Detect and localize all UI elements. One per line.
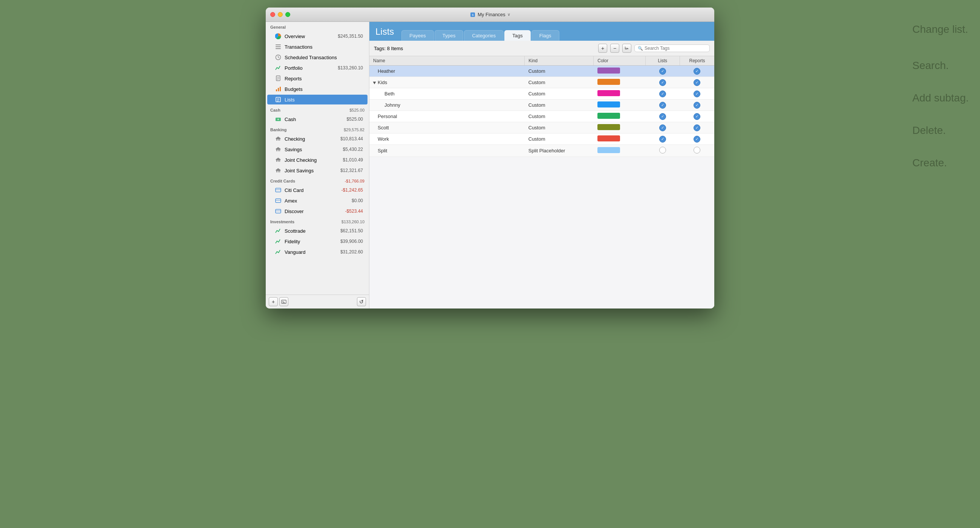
cc-icon-amex [275, 197, 282, 204]
cell-lists-scott[interactable]: ✓ [645, 122, 680, 134]
table-row[interactable]: BethCustom✓✓ [369, 88, 714, 100]
cell-reports-personal[interactable]: ✓ [680, 111, 714, 122]
svg-rect-5 [275, 48, 281, 49]
page-title: Lists [375, 26, 394, 41]
cell-name-split: Split [369, 145, 525, 157]
sidebar-item-citi[interactable]: Citi Card -$1,242.65 [267, 185, 368, 195]
data-table: Name Kind Color Lists Reports HeatherCus… [369, 56, 714, 308]
cell-kind-scott: Custom [525, 122, 593, 134]
col-header-kind: Kind [525, 56, 593, 65]
cell-reports-work[interactable]: ✓ [680, 134, 714, 145]
app-window: $ My Finances ∨ General Overview $245,35… [266, 8, 714, 308]
table-row[interactable]: SplitSplit Placeholder [369, 145, 714, 157]
table-row[interactable]: HeatherCustom✓✓ [369, 65, 714, 77]
cell-kind-kids: Custom [525, 77, 593, 88]
sidebar-bottom: + ↺ [266, 295, 369, 308]
tab-tags[interactable]: Tags [504, 30, 530, 41]
sidebar-item-joint-checking[interactable]: Joint Checking $1,010.49 [267, 155, 368, 165]
account-image-button[interactable] [279, 297, 288, 306]
main-layout: General Overview $245,351.50 Transaction… [266, 22, 714, 308]
sidebar-item-scheduled[interactable]: Scheduled Transactions [267, 53, 368, 62]
svg-marker-31 [275, 147, 281, 149]
cell-kind-work: Custom [525, 134, 593, 145]
search-box[interactable]: 🔍 [634, 45, 710, 52]
cell-reports-kids[interactable]: ✓ [680, 77, 714, 88]
sidebar-item-overview[interactable]: Overview $245,351.50 [267, 31, 368, 41]
svg-marker-26 [275, 137, 281, 139]
svg-rect-27 [276, 149, 280, 150]
cell-reports-beth[interactable]: ✓ [680, 88, 714, 100]
svg-rect-15 [280, 87, 281, 91]
add-account-button[interactable]: + [269, 297, 278, 306]
svg-rect-25 [279, 139, 280, 141]
svg-line-8 [278, 57, 279, 58]
refresh-button[interactable]: ↺ [357, 297, 366, 306]
annotations: Change list. Search. Add subtag. Delete.… [913, 19, 969, 185]
sidebar-item-cash[interactable]: Cash $525.00 [267, 114, 368, 124]
delete-tag-button[interactable]: − [610, 44, 619, 53]
cell-color-beth [593, 88, 645, 100]
cell-lists-kids[interactable]: ✓ [645, 77, 680, 88]
maximize-button[interactable] [285, 12, 290, 17]
sidebar-item-joint-savings[interactable]: Joint Savings $12,321.67 [267, 166, 368, 175]
sidebar-item-transactions[interactable]: Transactions [267, 42, 368, 52]
cell-color-heather [593, 65, 645, 77]
tab-categories[interactable]: Categories [464, 30, 504, 41]
cell-lists-johnny[interactable]: ✓ [645, 100, 680, 111]
cell-color-split [593, 145, 645, 157]
cell-name-work: Work [369, 134, 525, 145]
sidebar: General Overview $245,351.50 Transaction… [266, 22, 369, 308]
svg-rect-14 [278, 88, 279, 91]
cell-reports-split[interactable] [680, 145, 714, 157]
close-button[interactable] [270, 12, 275, 17]
cell-color-johnny [593, 100, 645, 111]
search-icon: 🔍 [638, 46, 643, 51]
svg-rect-39 [278, 171, 278, 172]
add-subtag-button[interactable] [622, 44, 632, 53]
add-tag-button[interactable]: + [598, 44, 607, 53]
cell-lists-work[interactable]: ✓ [645, 134, 680, 145]
table-row[interactable]: ScottCustom✓✓ [369, 122, 714, 134]
cell-reports-heather[interactable]: ✓ [680, 65, 714, 77]
doc-icon [275, 75, 282, 82]
cc-icon-citi [275, 187, 282, 193]
svg-rect-32 [276, 160, 280, 160]
table-row[interactable]: PersonalCustom✓✓ [369, 111, 714, 122]
cell-kind-johnny: Custom [525, 100, 593, 111]
cell-lists-split[interactable] [645, 145, 680, 157]
sidebar-item-discover[interactable]: Discover -$523.44 [267, 206, 368, 216]
sidebar-item-fidelity[interactable]: Fidelity $39,906.00 [267, 236, 368, 246]
sidebar-item-checking[interactable]: Checking $10,813.44 [267, 134, 368, 144]
col-header-lists: Lists [645, 56, 680, 65]
svg-text:$: $ [472, 13, 474, 17]
sidebar-section-cash: Cash $525.00 [266, 105, 369, 114]
cell-reports-johnny[interactable]: ✓ [680, 100, 714, 111]
content-area: Lists Payees Types Categories Tags Flags… [369, 22, 714, 308]
cell-name-kids: Kids [369, 77, 525, 88]
sidebar-item-portfolio[interactable]: Portfolio $133,260.10 [267, 63, 368, 73]
cell-color-work [593, 134, 645, 145]
sidebar-item-reports[interactable]: Reports [267, 73, 368, 83]
svg-rect-24 [278, 139, 278, 141]
minimize-button[interactable] [278, 12, 283, 17]
table-row[interactable]: KidsCustom✓✓ [369, 77, 714, 88]
sidebar-item-amex[interactable]: Amex $0.00 [267, 196, 368, 206]
tab-flags[interactable]: Flags [531, 30, 559, 41]
cell-name-beth: Beth [369, 88, 525, 100]
tab-payees[interactable]: Payees [401, 30, 433, 41]
sidebar-item-budgets[interactable]: Budgets [267, 84, 368, 94]
cell-lists-beth[interactable]: ✓ [645, 88, 680, 100]
cell-kind-beth: Custom [525, 88, 593, 100]
pie-icon [275, 33, 282, 40]
sidebar-item-scottrade[interactable]: Scottrade $62,151.50 [267, 226, 368, 236]
tab-types[interactable]: Types [434, 30, 464, 41]
table-row[interactable]: WorkCustom✓✓ [369, 134, 714, 145]
sidebar-item-lists[interactable]: Lists [267, 95, 368, 104]
sidebar-item-vanguard[interactable]: Vanguard $31,202.60 [267, 247, 368, 257]
cell-reports-scott[interactable]: ✓ [680, 122, 714, 134]
cell-lists-personal[interactable]: ✓ [645, 111, 680, 122]
table-row[interactable]: JohnnyCustom✓✓ [369, 100, 714, 111]
cell-lists-heather[interactable]: ✓ [645, 65, 680, 77]
sidebar-item-savings[interactable]: Savings $5,430.22 [267, 144, 368, 154]
search-input[interactable] [644, 46, 701, 51]
